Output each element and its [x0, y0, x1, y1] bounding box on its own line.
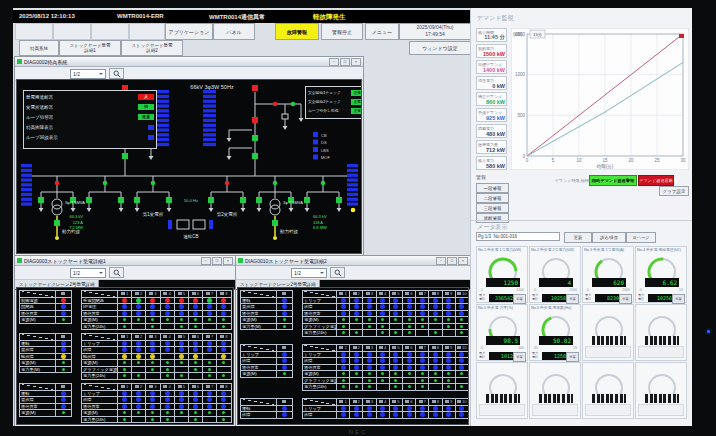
svg-text:118 A: 118 A [313, 220, 323, 225]
status-dot [407, 298, 412, 303]
fault-alarm-button[interactable]: 故障警報 [275, 23, 319, 40]
status-cell [363, 384, 376, 391]
alarm-level-button-4[interactable]: 遮断警報 [476, 213, 509, 223]
monitor-brand-logo: NEC [0, 429, 716, 435]
close-button[interactable]: × [223, 257, 233, 265]
graph-settings-button[interactable]: グラフ設定 [659, 186, 689, 196]
detail1-window-titlebar[interactable]: DIAG0003ストックヤード受電詳細1 −□× [15, 256, 235, 266]
legend-indicator [148, 125, 154, 130]
panel-button[interactable]: パネル [213, 23, 255, 40]
status-dot [166, 368, 169, 371]
status-dot [150, 354, 155, 359]
meter-toggle-button[interactable]: 切替 [566, 352, 579, 362]
status-dot [420, 406, 425, 411]
screen-tab-3[interactable]: ストックヤード受電詳細2 [121, 40, 183, 56]
meters-toolbar-button-1[interactable]: 更新 [564, 232, 592, 243]
status-dot [408, 318, 411, 321]
status-dot [179, 404, 184, 409]
legend-row: ループ回線表示 [26, 132, 154, 142]
close-button[interactable]: × [458, 257, 468, 265]
meter-display: 1250 [486, 278, 520, 287]
meter-sub-labels: 最大累計 [585, 294, 591, 301]
magnifier-button[interactable] [109, 68, 124, 79]
value-text: 480 kW [486, 131, 505, 137]
detail2-window-titlebar[interactable]: DIAG0010ストックヤード受電詳細2 −□× [236, 256, 470, 266]
window-controls: −□× [436, 257, 468, 265]
minimize-button[interactable]: − [329, 58, 339, 66]
status-dot [393, 412, 398, 417]
gauge-arc [477, 370, 529, 396]
status-dot [179, 304, 184, 309]
gauge-arc [636, 370, 688, 396]
gauge-max-label: 10 [679, 288, 683, 292]
meter-sub-display: 10256 [648, 294, 674, 302]
measurement-bars [347, 164, 358, 206]
status-dot [179, 397, 184, 402]
status-dot [447, 379, 450, 382]
status-cell [456, 330, 469, 337]
status-dot [446, 358, 451, 363]
row-label: 電力量(24h) [303, 330, 337, 337]
meters-page-field[interactable] [476, 232, 560, 241]
meter-empty-strip [585, 404, 631, 416]
alarm-level-button-3[interactable]: 三段警報 [476, 203, 509, 213]
alarm-stop-button[interactable]: 警報停止 [321, 23, 363, 40]
status-dot [62, 361, 65, 364]
legend-label: ループ切替器 [26, 115, 53, 120]
status-cell [403, 412, 416, 419]
maximize-button[interactable]: □ [340, 58, 350, 66]
meter-toggle-button[interactable]: 切替 [513, 352, 526, 362]
legend-badge: 正常 [351, 99, 362, 105]
meter-tile-2: No.2 受変電 2号電力(kW)401500最大累計10258切替 [529, 246, 581, 303]
page-dropdown[interactable]: 1/2 [70, 69, 106, 79]
magnifier-button[interactable] [330, 267, 345, 278]
power-led [707, 330, 710, 333]
menu-button[interactable]: メニュー [365, 23, 399, 40]
alarm-level-button-2[interactable]: 二段警報 [476, 193, 509, 203]
meters-toolbar-button-2[interactable]: 読込/保存 [592, 232, 626, 243]
status-dot [165, 304, 170, 309]
status-dot [460, 325, 463, 328]
meter-toggle-button[interactable]: 切替 [619, 294, 632, 304]
row-label: 電力量(24h) [303, 384, 337, 391]
status-dot [166, 418, 169, 421]
minimize-button[interactable]: − [436, 257, 446, 265]
meter-toggle-button[interactable]: 切替 [513, 294, 526, 304]
gauge-min-label: 0 [640, 288, 642, 292]
application-button[interactable]: アプリケーション [165, 23, 213, 40]
screen-tab-2[interactable]: ストックヤード受電詳細1 [59, 40, 121, 56]
status-cell [456, 384, 469, 391]
status-dot [179, 354, 184, 359]
meter-display: 98.5 [486, 336, 520, 345]
magnifier-icon [113, 269, 121, 277]
page-dropdown[interactable]: 1/2 [70, 268, 106, 278]
status-dot [282, 406, 287, 411]
meter-toggle-button[interactable]: 切替 [672, 294, 685, 304]
minimize-button[interactable]: − [201, 257, 211, 265]
status-dot [459, 304, 464, 309]
meter-toggle-button[interactable]: 切替 [566, 294, 579, 304]
status-dot [222, 374, 225, 377]
meters-toolbar-button-3[interactable]: 次ページ [626, 232, 656, 243]
svg-text:動力幹線: 動力幹線 [280, 229, 299, 234]
status-dot [123, 374, 126, 377]
page-dropdown-value: 1/2 [73, 270, 80, 276]
meter-tile-6: No.6 受変電 周波数(Hz)50.024555最大累計1258切替 [529, 304, 581, 361]
detail2-window-title: DIAG0010ストックヤード受電詳細2 [245, 258, 434, 264]
status-dot [193, 304, 198, 309]
maximize-button[interactable]: □ [447, 257, 457, 265]
window-settings-button[interactable]: ウィンドウ設定 [409, 41, 471, 55]
screen-tab-1[interactable]: 特高系統 [19, 40, 59, 56]
diagram-legend-right: 安全回線1チェック正常安全回線2チェック正常ループ引外し監視正常 [305, 86, 362, 119]
maximize-button[interactable]: □ [212, 257, 222, 265]
status-dot [407, 304, 412, 309]
status-dot [282, 304, 287, 309]
diagram-window-titlebar[interactable]: DIAG0002特高系統 −□× [15, 57, 363, 67]
status-table: トリップ故障通信異常電源(M) [240, 344, 293, 378]
status-dot [460, 318, 463, 321]
status-dot [165, 347, 170, 352]
page-dropdown[interactable]: 1/2 [291, 268, 327, 278]
magnifier-button[interactable] [109, 267, 124, 278]
close-button[interactable]: × [351, 58, 361, 66]
alarm-level-button-1[interactable]: 一段警報 [476, 183, 509, 193]
